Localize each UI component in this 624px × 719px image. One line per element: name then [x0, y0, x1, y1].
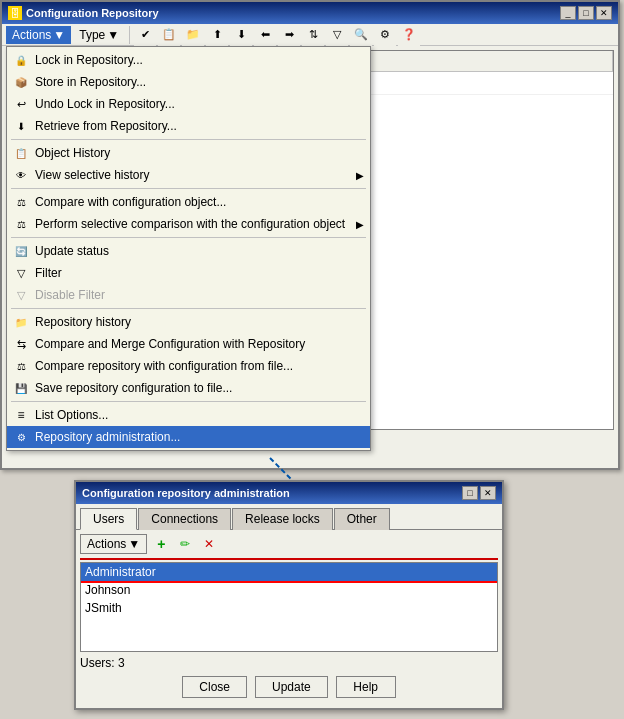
update-icon	[11, 241, 31, 261]
admin-dialog: Configuration repository administration …	[74, 480, 504, 710]
add-icon: +	[157, 536, 165, 552]
admin-maximize-button[interactable]: □	[462, 486, 478, 500]
close-dialog-button[interactable]: Close	[182, 676, 247, 698]
tab-other[interactable]: Other	[334, 508, 390, 530]
chevron-down-icon: ▼	[107, 28, 119, 42]
user-item-jsmith[interactable]: JSmith	[81, 599, 497, 617]
toolbar-paste-btn[interactable]: 📁	[182, 24, 204, 46]
admin-close-button[interactable]: ✕	[480, 486, 496, 500]
menu-item-list-options[interactable]: List Options...	[7, 404, 370, 426]
selective-compare-icon	[11, 214, 31, 234]
toolbar-filter-btn[interactable]: ▽	[326, 24, 348, 46]
users-count-value: 3	[118, 656, 125, 670]
menu-item-retrieve[interactable]: Retrieve from Repository...	[7, 115, 370, 137]
users-list[interactable]: Administrator Johnson JSmith	[80, 562, 498, 652]
update-button[interactable]: Update	[255, 676, 328, 698]
user-item-johnson[interactable]: Johnson	[81, 581, 497, 599]
menu-type[interactable]: Type ▼	[73, 26, 125, 44]
toolbar-sort-btn[interactable]: ⇅	[302, 24, 324, 46]
toolbar-check-btn[interactable]: ✔	[134, 24, 156, 46]
delete-user-button[interactable]: ✕	[199, 534, 219, 554]
menu-item-compare[interactable]: Compare with configuration object...	[7, 191, 370, 213]
submenu-arrow-icon-2: ▶	[356, 219, 364, 230]
tab-users[interactable]: Users	[80, 508, 137, 530]
users-count: Users: 3	[80, 656, 498, 670]
filter-icon	[11, 263, 31, 283]
save-icon	[11, 378, 31, 398]
main-title-bar: 🗄 Configuration Repository _ □ ✕	[2, 2, 618, 24]
undo-icon	[11, 94, 31, 114]
menu-item-lock[interactable]: Lock in Repository...	[7, 49, 370, 71]
title-bar-left: 🗄 Configuration Repository	[8, 6, 159, 20]
user-item-administrator[interactable]: Administrator	[81, 563, 497, 581]
separator-2	[11, 188, 366, 189]
list-icon	[11, 405, 31, 425]
toolbar-left-btn[interactable]: ⬅	[254, 24, 276, 46]
store-icon	[11, 72, 31, 92]
selection-indicator	[80, 558, 498, 560]
tab-connections[interactable]: Connections	[138, 508, 231, 530]
minimize-button[interactable]: _	[560, 6, 576, 20]
admin-title-buttons: □ ✕	[462, 486, 496, 500]
tab-release-locks[interactable]: Release locks	[232, 508, 333, 530]
menu-item-undo-lock[interactable]: Undo Lock in Repository...	[7, 93, 370, 115]
menu-item-merge[interactable]: Compare and Merge Configuration with Rep…	[7, 333, 370, 355]
menu-item-disable-filter: Disable Filter	[7, 284, 370, 306]
toolbar-find-btn[interactable]: 🔍	[350, 24, 372, 46]
tab-content-users: Actions ▼ + ✏ ✕ Administrator Johnson	[76, 529, 502, 674]
maximize-button[interactable]: □	[578, 6, 594, 20]
menu-separator	[129, 26, 130, 44]
help-button[interactable]: Help	[336, 676, 396, 698]
separator-5	[11, 401, 366, 402]
main-window-title: Configuration Repository	[26, 7, 159, 19]
separator-3	[11, 237, 366, 238]
chevron-down-icon: ▼	[53, 28, 65, 42]
menu-item-view-history[interactable]: View selective history ▶	[7, 164, 370, 186]
retrieve-icon	[11, 116, 31, 136]
menu-item-store[interactable]: Store in Repository...	[7, 71, 370, 93]
menu-bar: Actions ▼ Type ▼ ✔ 📋 📁 ⬆ ⬇ ⬅ ➡ ⇅ ▽ 🔍 ⚙ ❓	[2, 24, 618, 46]
menu-item-update-status[interactable]: Update status	[7, 240, 370, 262]
main-window: 🗄 Configuration Repository _ □ ✕ Actions…	[0, 0, 620, 470]
actions-bar: Actions ▼ + ✏ ✕	[80, 534, 498, 554]
lock-icon	[11, 50, 31, 70]
delete-icon: ✕	[204, 537, 214, 551]
add-user-button[interactable]: +	[151, 534, 171, 554]
submenu-arrow-icon: ▶	[356, 170, 364, 181]
view-icon	[11, 165, 31, 185]
compare-icon	[11, 192, 31, 212]
tabs-bar: Users Connections Release locks Other	[76, 504, 502, 529]
actions-dropdown-button[interactable]: Actions ▼	[80, 534, 147, 554]
toolbar-copy-btn[interactable]: 📋	[158, 24, 180, 46]
menu-item-repo-history[interactable]: Repository history	[7, 311, 370, 333]
title-buttons: _ □ ✕	[560, 6, 612, 20]
admin-dialog-title: Configuration repository administration	[82, 487, 290, 499]
menu-item-selective-compare[interactable]: Perform selective comparison with the co…	[7, 213, 370, 235]
toolbar-help-btn[interactable]: ❓	[398, 24, 420, 46]
toolbar-right-btn[interactable]: ➡	[278, 24, 300, 46]
dialog-buttons: Close Update Help	[76, 670, 502, 704]
admin-icon	[11, 427, 31, 447]
edit-icon: ✏	[180, 537, 190, 551]
menu-item-repo-admin[interactable]: Repository administration...	[7, 426, 370, 448]
toolbar-down-btn[interactable]: ⬇	[230, 24, 252, 46]
disable-filter-icon	[11, 285, 31, 305]
toolbar-settings-btn[interactable]: ⚙	[374, 24, 396, 46]
toolbar-up-btn[interactable]: ⬆	[206, 24, 228, 46]
menu-actions[interactable]: Actions ▼	[6, 26, 71, 44]
separator-1	[11, 139, 366, 140]
compare-file-icon	[11, 356, 31, 376]
admin-title-bar: Configuration repository administration …	[76, 482, 502, 504]
menu-item-save-config[interactable]: Save repository configuration to file...	[7, 377, 370, 399]
history-icon	[11, 143, 31, 163]
close-button[interactable]: ✕	[596, 6, 612, 20]
menu-item-compare-file[interactable]: Compare repository with configuration fr…	[7, 355, 370, 377]
separator-4	[11, 308, 366, 309]
edit-user-button[interactable]: ✏	[175, 534, 195, 554]
menu-item-filter[interactable]: Filter	[7, 262, 370, 284]
repo-icon	[11, 312, 31, 332]
app-icon: 🗄	[8, 6, 22, 20]
menu-item-object-history[interactable]: Object History	[7, 142, 370, 164]
actions-dropdown: Lock in Repository... Store in Repositor…	[6, 46, 371, 451]
actions-chevron-icon: ▼	[128, 537, 140, 551]
